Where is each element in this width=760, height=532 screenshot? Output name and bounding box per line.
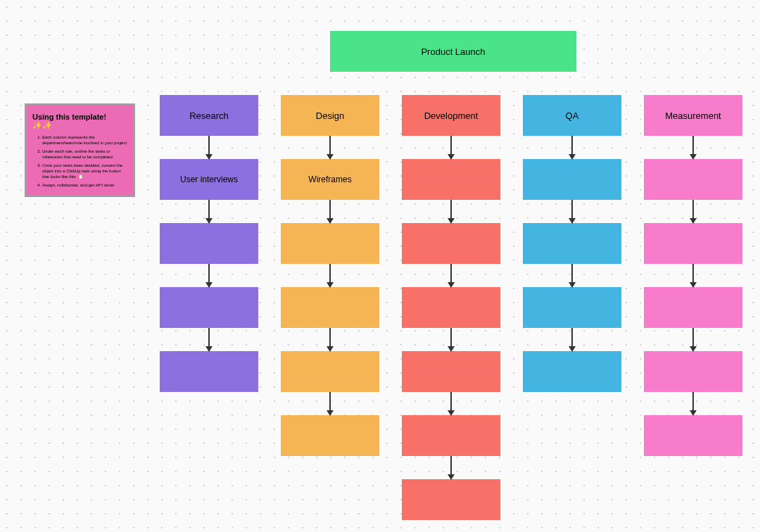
task-box[interactable] — [644, 223, 742, 264]
arrow-down-icon — [692, 136, 694, 159]
task-box[interactable] — [523, 159, 621, 200]
column-header[interactable]: Measurement — [644, 95, 742, 136]
task-box[interactable] — [160, 351, 258, 392]
arrow-down-icon — [692, 392, 694, 415]
arrow-down-icon — [329, 328, 331, 351]
column-header-label: Measurement — [665, 110, 721, 121]
column-measurement: Measurement — [644, 95, 742, 456]
help-title: Using this template! ✨✨ — [32, 113, 127, 130]
help-item: Each column represents the department/te… — [42, 134, 127, 146]
task-box[interactable] — [644, 159, 742, 200]
column-qa: QA — [523, 95, 621, 392]
column-development: Development — [402, 95, 500, 520]
arrow-down-icon — [692, 264, 694, 287]
task-box[interactable] — [402, 415, 500, 456]
arrow-down-icon — [329, 392, 331, 415]
task-box[interactable] — [281, 287, 379, 328]
column-header-label: Development — [424, 110, 479, 121]
task-box[interactable]: Wireframes — [281, 159, 379, 200]
column-header[interactable]: QA — [523, 95, 621, 136]
task-box[interactable] — [160, 287, 258, 328]
arrow-down-icon — [329, 136, 331, 159]
column-header-label: Design — [316, 110, 344, 121]
column-header[interactable]: Design — [281, 95, 379, 136]
column-header[interactable]: Research — [160, 95, 258, 136]
task-box[interactable] — [644, 415, 742, 456]
column-header[interactable]: Development — [402, 95, 500, 136]
arrow-down-icon — [450, 136, 452, 159]
task-box[interactable] — [281, 223, 379, 264]
title-box[interactable]: Product Launch — [330, 31, 576, 72]
task-box[interactable] — [644, 287, 742, 328]
arrow-down-icon — [571, 328, 573, 351]
help-item: Once your tasks been detailed, convert t… — [42, 163, 127, 180]
column-research: ResearchUser interviews — [160, 95, 258, 392]
task-box[interactable] — [523, 351, 621, 392]
help-item: Assign, collaborate, and get sh*t done! — [42, 182, 127, 188]
task-box[interactable] — [523, 287, 621, 328]
task-label: User interviews — [180, 175, 238, 184]
arrow-down-icon — [208, 136, 210, 159]
arrow-down-icon — [329, 200, 331, 223]
task-label: Wireframes — [308, 175, 351, 184]
task-box[interactable] — [402, 287, 500, 328]
task-box[interactable] — [402, 159, 500, 200]
arrow-down-icon — [450, 392, 452, 415]
help-item: Under each role, outline the tasks or mi… — [42, 148, 127, 160]
arrow-down-icon — [208, 264, 210, 287]
task-box[interactable] — [281, 351, 379, 392]
arrow-down-icon — [450, 200, 452, 223]
arrow-down-icon — [571, 136, 573, 159]
column-header-label: Research — [189, 110, 229, 121]
help-card[interactable]: Using this template! ✨✨ Each column repr… — [25, 103, 135, 197]
help-list: Each column represents the department/te… — [32, 134, 127, 188]
arrow-down-icon — [692, 200, 694, 223]
arrow-down-icon — [208, 200, 210, 223]
arrow-down-icon — [571, 264, 573, 287]
arrow-down-icon — [329, 264, 331, 287]
title-label: Product Launch — [421, 46, 485, 57]
task-box[interactable] — [402, 479, 500, 520]
task-box[interactable] — [523, 223, 621, 264]
arrow-down-icon — [450, 328, 452, 351]
task-box[interactable] — [402, 351, 500, 392]
task-box[interactable] — [281, 415, 379, 456]
arrow-down-icon — [450, 264, 452, 287]
column-design: DesignWireframes — [281, 95, 379, 456]
task-box[interactable]: User interviews — [160, 159, 258, 200]
column-header-label: QA — [566, 110, 579, 121]
task-box[interactable] — [402, 223, 500, 264]
task-box[interactable] — [644, 351, 742, 392]
arrow-down-icon — [450, 456, 452, 479]
arrow-down-icon — [571, 200, 573, 223]
task-box[interactable] — [160, 223, 258, 264]
arrow-down-icon — [208, 328, 210, 351]
arrow-down-icon — [692, 328, 694, 351]
